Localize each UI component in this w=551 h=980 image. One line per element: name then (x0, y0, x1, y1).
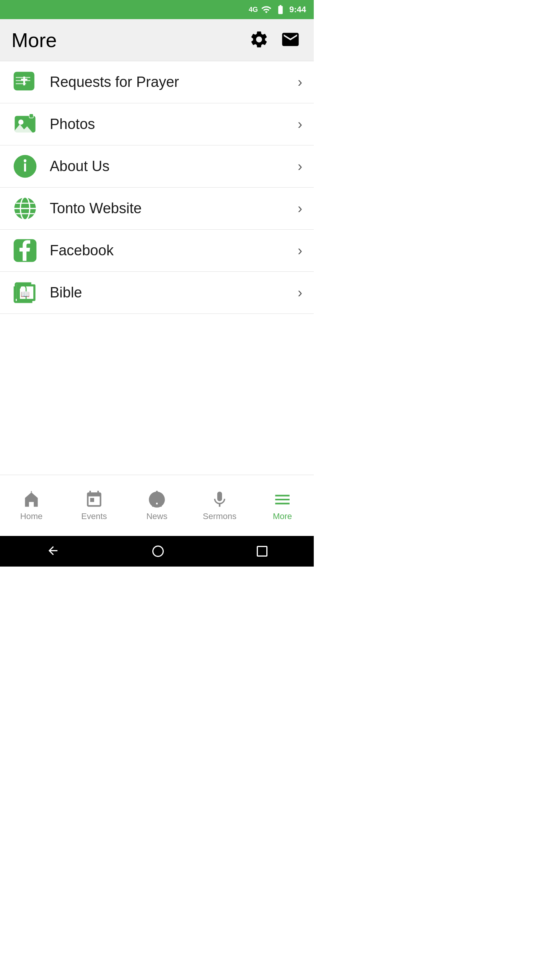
bible-label: Bible (50, 284, 298, 301)
chevron-right-icon: › (298, 285, 302, 301)
header-actions (247, 28, 302, 52)
photos-label: Photos (50, 116, 298, 132)
nav-sermons-label: Sermons (203, 511, 236, 521)
svg-rect-4 (29, 114, 33, 118)
website-icon (11, 195, 38, 222)
status-icons: 4G 9:44 (249, 4, 306, 15)
chevron-right-icon: › (298, 74, 302, 90)
nav-home-label: Home (20, 511, 43, 521)
bottom-navigation: Home Events News Sermons More (0, 475, 314, 536)
svg-text:✝: ✝ (19, 75, 29, 88)
home-nav-icon (22, 490, 41, 509)
chevron-right-icon: › (298, 116, 302, 132)
home-circle (152, 546, 164, 557)
menu-item-bible[interactable]: 📖 Bible › (0, 272, 314, 314)
nav-events-label: Events (81, 511, 107, 521)
svg-text:📖: 📖 (20, 290, 29, 299)
recents-button[interactable] (257, 546, 267, 557)
settings-button[interactable] (247, 28, 271, 52)
prayer-icon: ✝ (11, 69, 38, 96)
menu-list: ✝ Requests for Prayer › Photos › i (0, 61, 314, 475)
menu-item-about[interactable]: i About Us › (0, 145, 314, 188)
recents-square (257, 546, 267, 557)
svg-point-7 (23, 159, 26, 162)
chevron-right-icon: › (298, 201, 302, 217)
website-label: Tonto Website (50, 200, 298, 217)
menu-item-prayer[interactable]: ✝ Requests for Prayer › (0, 61, 314, 103)
nav-more-label: More (273, 511, 292, 521)
facebook-label: Facebook (50, 242, 298, 259)
home-button[interactable] (152, 546, 164, 557)
news-nav-icon (147, 490, 166, 509)
nav-more[interactable]: More (251, 475, 314, 536)
android-nav-bar (0, 536, 314, 567)
page-header: More (0, 19, 314, 61)
sermons-nav-icon (210, 490, 229, 509)
photos-icon (11, 111, 38, 138)
nav-sermons[interactable]: Sermons (188, 475, 251, 536)
signal-icon (261, 4, 272, 15)
bible-icon: 📖 (11, 279, 38, 306)
menu-item-website[interactable]: Tonto Website › (0, 188, 314, 230)
nav-events[interactable]: Events (63, 475, 126, 536)
more-nav-icon (273, 490, 292, 509)
battery-icon (275, 4, 286, 15)
svg-point-3 (18, 119, 23, 125)
nav-home[interactable]: Home (0, 475, 63, 536)
prayer-label: Requests for Prayer (50, 74, 298, 90)
menu-item-photos[interactable]: Photos › (0, 103, 314, 145)
chevron-right-icon: › (298, 158, 302, 175)
status-time: 9:44 (289, 5, 306, 15)
messages-button[interactable] (279, 28, 302, 52)
back-button[interactable] (46, 544, 60, 559)
nav-news[interactable]: News (126, 475, 188, 536)
facebook-icon (11, 237, 38, 264)
status-bar: 4G 9:44 (0, 0, 314, 19)
nav-news-label: News (146, 511, 167, 521)
about-icon: i (11, 153, 38, 180)
gear-icon (249, 29, 269, 49)
about-label: About Us (50, 158, 298, 175)
signal-strength: 4G (249, 6, 258, 14)
menu-item-facebook[interactable]: Facebook › (0, 230, 314, 272)
events-nav-icon (85, 490, 104, 509)
page-title: More (11, 29, 57, 52)
mail-icon (280, 29, 300, 49)
chevron-right-icon: › (298, 243, 302, 259)
